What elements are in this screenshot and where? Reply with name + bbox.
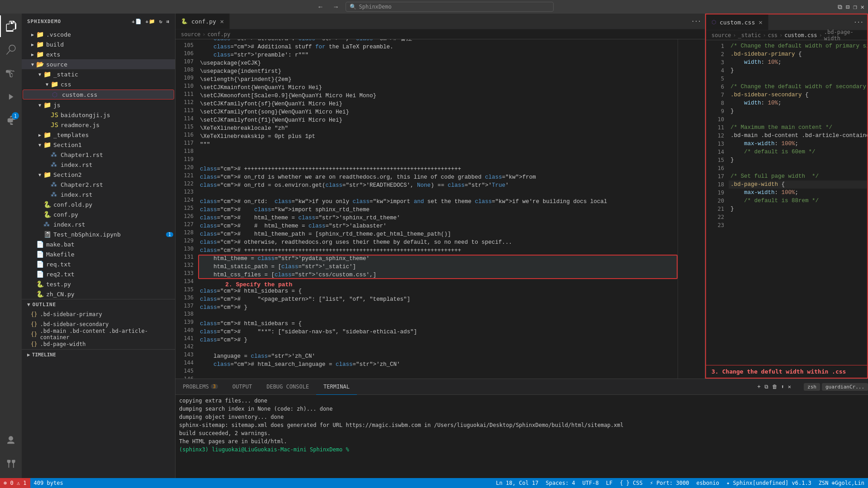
right-code-editor: 1234567891011121314151617181920212223 /*… [706, 40, 867, 365]
tree-item-conf-old-py[interactable]: 🐍 conf.old.py [22, 199, 175, 209]
kill-terminal-icon[interactable]: 🗑 [772, 384, 778, 390]
css-line-21: } [729, 205, 867, 213]
tab-more-button[interactable]: ··· [688, 14, 705, 29]
activity-item-accounts[interactable] [0, 429, 22, 451]
css-line-23 [729, 221, 867, 229]
activity-item-settings[interactable] [0, 453, 22, 474]
split-button[interactable]: ⧉ [838, 3, 842, 11]
folder-icon: 📁 [43, 171, 52, 178]
collapse-icon[interactable]: ⇉ [166, 19, 170, 24]
left-code-content[interactable]: latex_elements = { class="cm"># The pape… [198, 39, 678, 379]
min-button[interactable]: ⊟ [846, 3, 849, 10]
tree-item-makefile[interactable]: 📄 Makefile [22, 249, 175, 259]
restore-button[interactable]: ❐ [853, 3, 857, 10]
new-file-icon[interactable]: +📄 [132, 19, 142, 24]
search-bar[interactable]: 🔍 SphinxDemo [346, 2, 554, 12]
tree-item-source[interactable]: ▼ 📂 source [22, 59, 175, 69]
activity-item-scm[interactable] [0, 62, 22, 84]
outline-item-3[interactable]: {} .bd-main .bd-content .bd-article-cont… [22, 329, 175, 339]
maximize-panel-icon[interactable]: ⬆ [781, 384, 784, 390]
code-line-147 [198, 344, 678, 352]
tree-item-testpy[interactable]: 🐍 test.py [22, 279, 175, 289]
status-line-col[interactable]: Ln 18, Col 17 [493, 478, 542, 488]
tab-confpy[interactable]: 🐍 conf.py ✕ [175, 14, 230, 29]
tree-item-vscode[interactable]: ▶ 📁 .vscode [22, 29, 175, 39]
tab-close-css[interactable]: ✕ [759, 19, 762, 26]
refresh-icon[interactable]: ↻ [159, 19, 163, 24]
tree-item-req[interactable]: 📄 req.txt [22, 259, 175, 269]
outline-item-4[interactable]: {} .bd-page-width [22, 339, 175, 349]
tree-item-chapter1rst[interactable]: ⁂ Chapter1.rst [22, 150, 175, 160]
css-line-8: width: 10%; [729, 99, 867, 107]
panel-tab-output[interactable]: OUTPUT [225, 379, 259, 395]
forward-button[interactable]: → [330, 2, 342, 11]
tab-customcss[interactable]: ⬡ custom.css ✕ [706, 14, 768, 30]
tree-item-ipynb[interactable]: 📓 Test_nbSphinx.ipynb 1 [22, 229, 175, 239]
tree-arrow: ▶ [29, 52, 36, 57]
status-port[interactable]: ⚡ Port: 3000 [646, 478, 693, 488]
status-sphinx[interactable]: ✦ Sphinx[undefined] v6.1.3 [723, 478, 815, 488]
back-button[interactable]: ← [315, 2, 327, 11]
tree-item-build[interactable]: ▶ 📁 build [22, 39, 175, 49]
status-language[interactable]: { } CSS [616, 478, 646, 488]
txt-icon: 📄 [36, 270, 44, 278]
tree-item-readmore[interactable]: JS readmore.js [22, 120, 175, 130]
add-terminal-icon[interactable]: + [757, 384, 760, 390]
css-line-16 [729, 164, 867, 172]
terminal-line: dumping search index in None (code: zh).… [179, 405, 864, 413]
terminal-content[interactable]: copying extra files... donedumping searc… [175, 395, 868, 478]
status-extension[interactable]: ZSN ⊕Ggolc,Lin [815, 478, 868, 488]
activity-item-search[interactable] [0, 39, 22, 61]
right-tab-more[interactable]: ··· [850, 14, 867, 30]
tree-item-index-rst-2[interactable]: ⁂ index.rst [22, 190, 175, 199]
outline-item-1[interactable]: {} .bd-sidebar-primary [22, 309, 175, 319]
tree-item-css-folder[interactable]: ▼ 📁 css [22, 79, 175, 89]
panel-tab-terminal[interactable]: TERMINAL [316, 379, 357, 395]
tree-item-req2[interactable]: 📄 req2.txt [22, 269, 175, 279]
tree-item-js-folder[interactable]: ▼ 📁 js [22, 100, 175, 110]
activity-item-extensions[interactable]: 1 [0, 109, 22, 131]
new-folder-icon[interactable]: +📁 [146, 19, 156, 24]
tree-item-exts[interactable]: ▶ 📁 exts [22, 49, 175, 59]
panel-tab-problems[interactable]: PROBLEMS 3 [175, 379, 225, 395]
code-line-114: \setlength{\parindent}{2em} [198, 76, 678, 84]
tree-item-section1[interactable]: ▼ 📁 Section1 [22, 140, 175, 150]
panel-actions: + ⧉ 🗑 ⬆ ✕ [757, 384, 795, 390]
panel-tab-debug[interactable]: DEBUG CONSOLE [259, 379, 316, 395]
css-line-11: /* Maximum the main content */ [729, 123, 867, 132]
sidebar: SPHINXDEMO +📄 +📁 ↻ ⇉ ▶ 📁 .vscode ▶ 📁 b [22, 14, 175, 478]
close-button[interactable]: ✕ [861, 3, 864, 10]
tree-item-zhcnpy[interactable]: 🐍 zh_CN.py [22, 289, 175, 299]
terminal-line: dumping object inventory... done [179, 413, 864, 421]
status-encoding[interactable]: UTF-8 [579, 478, 602, 488]
activity-item-explorer[interactable] [0, 15, 22, 37]
outline-header[interactable]: ▼ OUTLINE [22, 299, 175, 309]
status-errors[interactable]: ⊗ 0 ⚠ 1 [0, 478, 30, 488]
tree-item-index-rst-1[interactable]: ⁂ index.rst [22, 160, 175, 170]
status-linter[interactable]: esbonio [693, 478, 723, 488]
tree-item-conf-py[interactable]: 🐍 conf.py [22, 209, 175, 219]
tree-item-custom-css[interactable]: ⬡ custom.css [23, 90, 174, 99]
css-line-18: .bd-page-width { [729, 180, 867, 189]
tree-item-chapter2rst[interactable]: ⁂ Chapter2.rst [22, 180, 175, 190]
activity-item-run[interactable] [0, 86, 22, 108]
tab-close-button[interactable]: ✕ [220, 18, 224, 25]
tree-item-templates[interactable]: ▶ 📁 _templates [22, 130, 175, 140]
tree-item-static[interactable]: ▼ 📁 _static [22, 69, 175, 79]
terminal-guardian[interactable]: guardianCr... [822, 383, 868, 391]
right-code-content[interactable]: /* Change the default width of primary s… [729, 40, 867, 365]
left-minimap [678, 39, 705, 379]
tree-item-makebat[interactable]: 📄 make.bat [22, 239, 175, 249]
panel-tabs: PROBLEMS 3 OUTPUT DEBUG CONSOLE TERMINAL… [175, 379, 868, 395]
tree-item-section2[interactable]: ▼ 📁 Section2 [22, 170, 175, 180]
timeline-header[interactable]: ▶ TIMELINE [22, 350, 175, 360]
terminal-prompt-line[interactable]: (sphinx3) liuguokai@LiuGuokais-Mac-mini … [179, 445, 864, 454]
terminal-zsh[interactable]: zsh [804, 383, 820, 391]
status-eol[interactable]: LF [602, 478, 616, 488]
tree-item-index-rst-src[interactable]: ⁂ index.rst [22, 219, 175, 229]
split-terminal-icon[interactable]: ⧉ [764, 384, 768, 390]
tree-item-baidutongji[interactable]: JS baidutongji.js [22, 110, 175, 120]
status-info[interactable]: 409 bytes [30, 478, 67, 488]
close-panel-icon[interactable]: ✕ [788, 384, 791, 390]
status-spaces[interactable]: Spaces: 4 [542, 478, 579, 488]
